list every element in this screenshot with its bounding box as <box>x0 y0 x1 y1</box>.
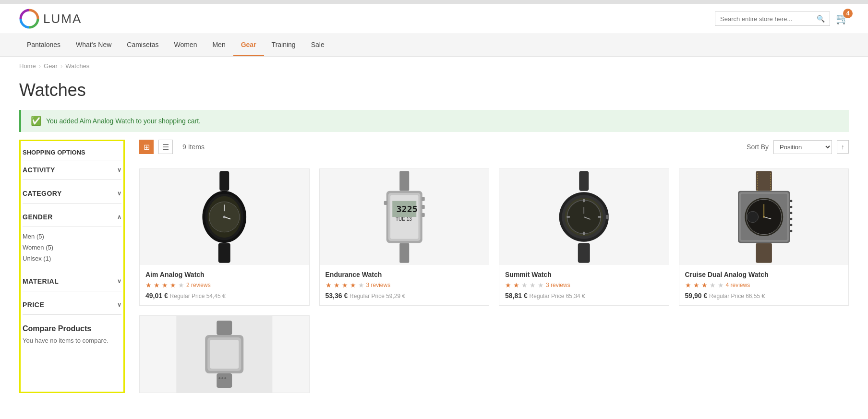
nav-link-what's-new[interactable]: What's New <box>68 34 119 55</box>
svg-rect-59 <box>217 321 232 335</box>
logo[interactable]: LUMA <box>19 9 82 29</box>
filter-title-category[interactable]: CATEGORY ∨ <box>23 184 121 204</box>
star-2: ★ <box>334 281 340 289</box>
svg-rect-21 <box>422 205 425 209</box>
success-text: You added Aim Analog Watch to your shopp… <box>46 117 201 125</box>
nav-item-training[interactable]: Training <box>264 34 303 56</box>
compare-empty: You have no items to compare. <box>23 337 121 344</box>
shopping-options-title: Shopping Options <box>23 143 121 160</box>
nav-item-what's-new[interactable]: What's New <box>68 34 119 56</box>
product-card-4[interactable]: Cruise Dual Analog Watch ★★★★★ 4 reviews… <box>679 168 849 306</box>
list-view-button[interactable]: ☰ <box>158 140 173 154</box>
cart-button[interactable]: 🛒 4 <box>836 12 849 25</box>
svg-rect-39 <box>756 171 772 191</box>
reviews-link-1[interactable]: 2 reviews <box>186 282 211 288</box>
star-4: ★ <box>170 281 176 289</box>
product-info-4: Cruise Dual Analog Watch ★★★★★ 4 reviews… <box>679 265 849 305</box>
svg-rect-25 <box>579 171 589 191</box>
nav-item-men[interactable]: Men <box>205 34 233 56</box>
filter-label: GENDER <box>23 213 53 221</box>
product-name-2[interactable]: Endurance Watch <box>326 271 483 278</box>
sort-asc-button[interactable]: ↑ <box>837 140 849 154</box>
grid-view-button[interactable]: ⊞ <box>139 140 154 154</box>
svg-rect-32 <box>583 232 585 235</box>
sort-select[interactable]: Position Product Name Price <box>773 140 832 154</box>
search-icon[interactable]: 🔍 <box>817 15 825 23</box>
nav-link-women[interactable]: Women <box>166 34 205 55</box>
star-4: ★ <box>530 281 536 289</box>
star-5: ★ <box>178 281 184 289</box>
product-image-1 <box>140 169 309 265</box>
svg-point-54 <box>790 212 792 214</box>
svg-rect-26 <box>578 243 590 263</box>
product-area: ⊞ ☰ 9 Items Sort By Position Product Nam… <box>139 140 849 393</box>
svg-point-52 <box>790 200 792 202</box>
svg-rect-34 <box>598 216 601 217</box>
product-image-4 <box>679 169 849 265</box>
product-name-1[interactable]: Aim Analog Watch <box>145 271 303 278</box>
product-name-3[interactable]: Summit Watch <box>505 271 663 278</box>
nav-link-men[interactable]: Men <box>205 34 233 55</box>
nav-item-pantalones[interactable]: Pantalones <box>19 34 68 56</box>
page-title-container: Watches <box>0 75 868 110</box>
product-card-1[interactable]: Aim Analog Watch ★★★★★ 2 reviews 49,01 €… <box>139 168 310 306</box>
product-name-4[interactable]: Cruise Dual Analog Watch <box>685 271 843 278</box>
regular-price-1: Regular Price 54,45 € <box>170 293 226 299</box>
regular-price-4: Regular Price 66,55 € <box>709 293 765 299</box>
product-price-4: 59,90 € Regular Price 66,55 € <box>685 292 843 299</box>
svg-point-51 <box>747 211 758 222</box>
toolbar-right: Sort By Position Product Name Price ↑ <box>747 140 849 154</box>
product-card-2[interactable]: 3225 TUE 13 Endurance Watch ★★★★★ 3 revi… <box>319 168 490 306</box>
search-input[interactable] <box>720 15 817 23</box>
svg-rect-37 <box>606 215 609 219</box>
filter-option-men-5[interactable]: Men (5) <box>23 231 121 242</box>
nav-link-camisetas[interactable]: Camisetas <box>119 34 166 55</box>
svg-rect-13 <box>399 243 409 263</box>
reviews-link-2[interactable]: 3 reviews <box>366 282 391 288</box>
logo-icon <box>19 9 39 29</box>
breadcrumb-home[interactable]: Home <box>19 62 36 70</box>
check-icon: ✅ <box>31 116 41 126</box>
nav-link-pantalones[interactable]: Pantalones <box>19 34 68 55</box>
star-5: ★ <box>718 281 724 289</box>
products-grid-bottom <box>139 315 849 393</box>
filter-option-women-5[interactable]: Women (5) <box>23 242 121 253</box>
filter-activity: ACTIVITY ∨ <box>23 160 121 180</box>
header: LUMA 🔍 🛒 4 <box>0 4 868 34</box>
filter-title-material[interactable]: MATERIAL ∨ <box>23 272 121 291</box>
svg-rect-3 <box>218 243 230 263</box>
product-card-5[interactable] <box>139 315 310 393</box>
nav-link-sale[interactable]: Sale <box>303 34 332 55</box>
product-stars-1: ★★★★★ 2 reviews <box>145 281 303 289</box>
product-info-3: Summit Watch ★★★★★ 3 reviews 58,81 € Reg… <box>499 265 669 305</box>
reviews-link-3[interactable]: 3 reviews <box>546 282 570 288</box>
nav-item-camisetas[interactable]: Camisetas <box>119 34 166 56</box>
logo-text: LUMA <box>43 12 82 26</box>
star-2: ★ <box>154 281 160 289</box>
reviews-link-4[interactable]: 4 reviews <box>726 282 750 288</box>
filter-title-activity[interactable]: ACTIVITY ∨ <box>23 160 121 180</box>
nav-link-training[interactable]: Training <box>264 34 303 55</box>
top-bar <box>0 0 868 4</box>
nav-item-women[interactable]: Women <box>166 34 205 56</box>
chevron-down-icon: ∨ <box>117 190 122 197</box>
svg-rect-22 <box>422 213 425 217</box>
breadcrumb-gear[interactable]: Gear <box>44 62 58 70</box>
filter-option-unisex-1[interactable]: Unisex (1) <box>23 253 121 264</box>
star-3: ★ <box>701 281 708 289</box>
product-stars-2: ★★★★★ 3 reviews <box>326 281 483 289</box>
svg-point-10 <box>223 216 226 218</box>
success-message: ✅ You added Aim Analog Watch to your sho… <box>19 110 849 132</box>
filter-title-gender[interactable]: GENDER ∧ <box>23 207 121 227</box>
product-card-3[interactable]: Summit Watch ★★★★★ 3 reviews 58,81 € Reg… <box>499 168 669 306</box>
filter-title-price[interactable]: PRICE ∨ <box>23 295 121 315</box>
star-1: ★ <box>685 281 691 289</box>
product-price-1: 49,01 € Regular Price 54,45 € <box>145 292 303 299</box>
nav-item-gear[interactable]: Gear <box>233 34 264 56</box>
search-box[interactable]: 🔍 <box>715 12 830 26</box>
star-5: ★ <box>358 281 364 289</box>
main-content: Shopping Options ACTIVITY ∨CATEGORY ∨GEN… <box>0 140 868 412</box>
nav-link-gear[interactable]: Gear <box>233 34 264 56</box>
nav-item-sale[interactable]: Sale <box>303 34 332 56</box>
filter-price: PRICE ∨ <box>23 295 121 315</box>
